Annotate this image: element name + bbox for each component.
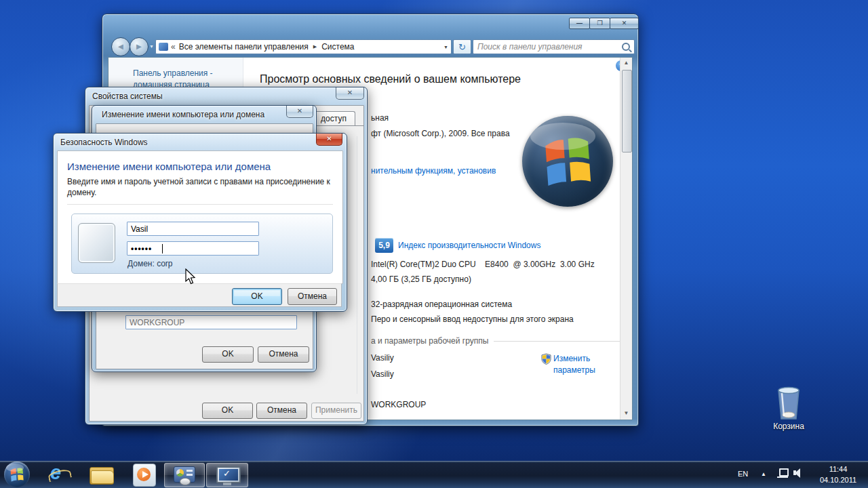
wei-link[interactable]: Индекс производительности Windows xyxy=(398,241,540,250)
cpu-value: Intel(R) Core(TM)2 Duo CPU E8400 @ 3.00G… xyxy=(371,260,595,269)
rename-dialog-close-button[interactable]: ✕ xyxy=(286,106,313,118)
sysprops-apply-button[interactable]: Применить xyxy=(311,403,361,419)
workgroup-value: WORKGROUP xyxy=(371,400,426,409)
security-heading: Изменение имени компьютера или домена xyxy=(67,161,271,172)
maximize-button[interactable]: ❒ xyxy=(589,18,610,29)
username-input[interactable] xyxy=(127,222,259,236)
security-cancel-button[interactable]: Отмена xyxy=(288,288,337,305)
system-icon: ✓ xyxy=(216,466,241,483)
windows-edition-fragment: ьная xyxy=(371,113,389,123)
recent-pages-dropdown-icon[interactable]: ▼ xyxy=(149,44,154,49)
recycle-bin-icon[interactable] xyxy=(773,385,804,422)
refresh-button[interactable]: ↻ xyxy=(453,39,471,54)
back-button[interactable]: ◄ xyxy=(111,37,130,56)
sysprops-ok-button[interactable]: OK xyxy=(202,403,253,419)
ram-value: 4,00 ГБ (3,25 ГБ доступно) xyxy=(371,274,471,284)
clock-time: 11:44 xyxy=(812,464,864,474)
start-button[interactable] xyxy=(4,462,30,487)
media-player-icon[interactable] xyxy=(133,464,156,487)
mouse-icon xyxy=(180,478,191,485)
search-icon[interactable] xyxy=(622,43,630,51)
divider xyxy=(67,204,333,205)
breadcrumb-separator-icon: ▶ xyxy=(313,44,317,49)
minimize-button[interactable]: — xyxy=(569,18,590,29)
workgroup-input[interactable] xyxy=(125,315,297,329)
system-properties-close-button[interactable]: ✕ xyxy=(336,87,364,100)
tray-expand-icon[interactable]: ▲ xyxy=(761,471,766,477)
windows-security-close-button[interactable]: ✕ xyxy=(316,134,342,146)
recycle-bin-label[interactable]: Корзина xyxy=(765,422,812,431)
clock-date: 04.10.2011 xyxy=(812,474,864,485)
credentials-panel: Домен: corp xyxy=(71,214,333,274)
uac-shield-icon xyxy=(541,353,552,365)
security-ok-button[interactable]: OK xyxy=(232,288,282,305)
windows-security-title: Безопасность Windows xyxy=(60,138,148,147)
taskbar: e ✓ EN ▲ xyxy=(0,461,868,488)
volume-icon[interactable] xyxy=(793,468,803,479)
desktop: — ❒ ✕ ◄ ► ▼ « Все элементы панели управл… xyxy=(0,0,868,488)
windows-security-body: Изменение имени компьютера или домена Вв… xyxy=(57,150,343,284)
scroll-up-icon[interactable]: ▲ xyxy=(620,58,632,69)
control-panel-taskbar-button[interactable] xyxy=(164,463,205,487)
system-taskbar-button[interactable]: ✓ xyxy=(206,463,248,487)
computer-name-value: Vasiliy xyxy=(371,353,394,363)
tab-remote-access[interactable]: доступ xyxy=(312,111,355,126)
copyright-fragment: фт (Microsoft Corp.), 2009. Все права xyxy=(371,129,510,138)
scroll-thumb[interactable] xyxy=(622,70,632,152)
page-title: Просмотр основных сведений о вашем компь… xyxy=(260,73,521,85)
recycle-bin[interactable]: Корзина xyxy=(765,385,812,431)
start-flag-icon xyxy=(4,462,30,487)
full-computer-name-value: Vasiliy xyxy=(371,369,394,379)
windows-logo xyxy=(522,116,613,207)
search-box[interactable]: Поиск в панели управления xyxy=(473,39,635,54)
extra-features-link[interactable]: нительным функциям, установив xyxy=(371,166,496,176)
address-bar[interactable]: « Все элементы панели управления ▶ Систе… xyxy=(155,39,452,54)
close-button[interactable]: ✕ xyxy=(610,18,639,29)
search-placeholder: Поиск в панели управления xyxy=(477,42,583,52)
internet-explorer-icon[interactable]: e xyxy=(47,464,71,485)
groupbox-edge xyxy=(357,136,357,394)
address-dropdown-icon[interactable]: ▼ xyxy=(443,45,448,49)
breadcrumb-root[interactable]: Все элементы панели управления xyxy=(179,42,309,52)
mouse-cursor xyxy=(185,268,197,288)
rename-ok-button[interactable]: OK xyxy=(202,346,254,363)
scroll-down-icon[interactable]: ▼ xyxy=(620,408,632,420)
sysprops-cancel-button[interactable]: Отмена xyxy=(256,403,307,419)
monitor-stand xyxy=(223,483,231,485)
password-input[interactable] xyxy=(127,241,259,256)
clock[interactable]: 11:44 04.10.2011 xyxy=(812,464,864,485)
breadcrumb-chevrons-icon[interactable]: « xyxy=(171,42,176,52)
wei-score-badge: 5,9 xyxy=(375,238,393,253)
tab-strip-line xyxy=(312,125,363,126)
rename-cancel-button[interactable]: Отмена xyxy=(258,346,309,363)
system-properties-title: Свойства системы xyxy=(92,92,163,101)
workgroup-section-header: а и параметры рабочей группы xyxy=(371,336,622,346)
refresh-icon: ↻ xyxy=(458,42,466,52)
forward-button[interactable]: ► xyxy=(130,37,149,56)
breadcrumb-current[interactable]: Система xyxy=(321,42,354,52)
security-instruction: Введите имя и пароль учетной записи с пр… xyxy=(67,176,336,198)
windows-flag-icon xyxy=(522,116,613,207)
explorer-icon[interactable] xyxy=(90,466,114,484)
windows-security-dialog: Безопасность Windows ✕ Изменение имени к… xyxy=(53,133,347,312)
address-location-icon xyxy=(159,43,168,51)
scrollbar[interactable]: ▲ ▼ xyxy=(620,58,632,420)
text-caret xyxy=(162,244,163,253)
rename-dialog-title: Изменение имени компьютера или домена xyxy=(102,110,264,119)
security-footer: OK Отмена xyxy=(57,283,342,307)
pen-touch-value: Перо и сенсорный ввод недоступны для это… xyxy=(371,314,574,324)
domain-label: Домен: corp xyxy=(127,259,173,268)
user-tile-icon xyxy=(78,223,115,263)
network-icon[interactable] xyxy=(777,468,788,478)
language-indicator[interactable]: EN xyxy=(738,470,748,478)
os-type-value: 32-разрядная операционная система xyxy=(371,300,512,309)
change-settings-link[interactable]: Изменить параметры xyxy=(553,353,604,376)
